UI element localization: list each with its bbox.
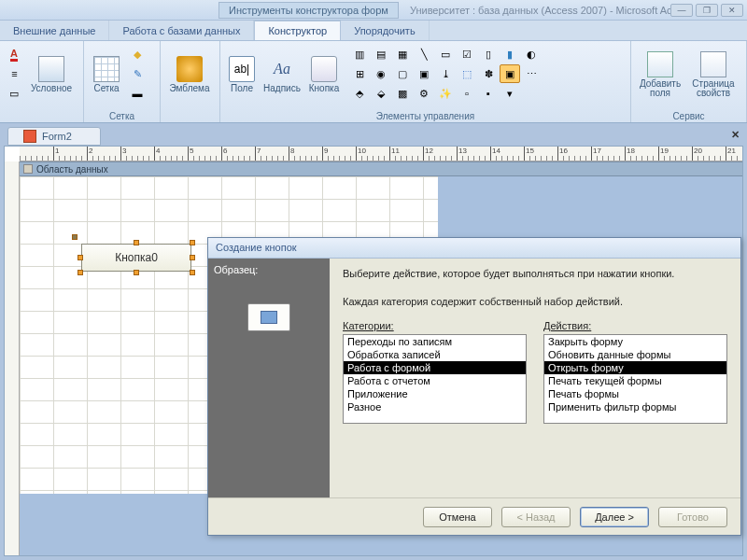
sample-button-preview (247, 303, 290, 331)
fill-color-button[interactable]: ◆ (127, 45, 148, 63)
form-tab-label: Form2 (42, 131, 72, 142)
tab-design[interactable]: Конструктор (254, 21, 341, 40)
close-form-button[interactable]: ✕ (731, 129, 740, 141)
list-item[interactable]: Закрыть форму (544, 335, 726, 348)
pagebreak-control-button[interactable]: ⤓ (435, 64, 456, 83)
section-selector-icon (23, 164, 33, 174)
button-control-knopka0[interactable]: Кнопка0 (81, 244, 191, 272)
list-item[interactable]: Работа с отчетом (344, 374, 526, 387)
selection-handle[interactable] (78, 270, 83, 275)
selection-handle[interactable] (72, 234, 78, 240)
selection-handle[interactable] (190, 255, 195, 260)
button-control-button[interactable]: Кнопка (304, 45, 344, 105)
label-control-button[interactable]: Aa Надпись (261, 45, 303, 105)
select-control-button[interactable]: ▣ (500, 64, 520, 83)
logo-button[interactable]: Эмблема (164, 45, 215, 105)
dialog-instruction-2: Каждая категория содержит собственный на… (343, 296, 727, 307)
unbound-object-button[interactable]: ⬙ (371, 84, 391, 103)
ribbon-group-logo: Эмблема (161, 41, 220, 122)
categories-listbox[interactable]: Переходы по записямОбработка записейРабо… (343, 334, 527, 424)
dialog-title: Создание кнопок (208, 238, 740, 259)
ribbon-tabstrip: Внешние данные Работа с базами данных Ко… (0, 21, 747, 41)
list-item[interactable]: Обновить данные формы (544, 348, 726, 361)
title-bar: Инструменты конструктора форм Университе… (0, 0, 747, 21)
add-fields-button[interactable]: Добавить поля (635, 45, 685, 105)
checkbox-control-button[interactable]: ☑ (457, 45, 477, 63)
dialog-footer: Отмена < Назад Далее > Готово (208, 497, 740, 535)
form-icon (261, 311, 277, 324)
toggle-control-button[interactable]: ◐ (521, 45, 542, 63)
line-control-button[interactable]: ╲ (414, 45, 434, 63)
back-button[interactable]: < Назад (501, 507, 571, 527)
activex-button[interactable]: ⬘ (349, 84, 370, 103)
hyperlink-control-button[interactable]: ⬚ (457, 64, 477, 83)
contextual-tab-label: Инструменты конструктора форм (218, 2, 399, 19)
tab-database-tools[interactable]: Работа с базами данных (109, 21, 254, 40)
tab-external-data[interactable]: Внешние данные (0, 21, 109, 40)
categories-label: Категории: (343, 320, 527, 331)
misc1-button[interactable]: ▫ (457, 84, 477, 103)
border-style-button[interactable]: ▭ (4, 84, 24, 103)
option-group-button[interactable]: ⊞ (349, 64, 370, 83)
selection-handle[interactable] (134, 240, 139, 245)
horizontal-ruler: 123456789101112131415161718192021 (20, 147, 742, 161)
line-color-button[interactable]: ✎ (127, 64, 148, 83)
list-item[interactable]: Применить фильтр формы (544, 400, 726, 413)
bound-object-button[interactable]: ▩ (392, 84, 413, 103)
actions-label: Действия: (543, 320, 727, 331)
selection-handle[interactable] (190, 240, 195, 245)
list-item[interactable]: Печать текущей формы (544, 374, 726, 387)
list-item[interactable]: Обработка записей (344, 348, 526, 361)
misc3-button[interactable]: ▾ (500, 84, 520, 103)
list-item[interactable]: Работа с формой (344, 361, 526, 374)
minimize-button[interactable]: — (670, 4, 693, 17)
listbox-control-button[interactable]: ▤ (371, 45, 391, 63)
chart-control-button[interactable]: ▮ (500, 45, 520, 63)
textbox-control-button[interactable]: ab| Поле (224, 45, 260, 105)
property-sheet-button[interactable]: Страница свойств (687, 45, 740, 105)
ribbon-group-controls: ab| Поле Aa Надпись Кнопка ▥ ▤ ▦ ╲ ▭ ☑ (220, 41, 631, 122)
attachment-control-button[interactable]: ✽ (478, 64, 499, 83)
selection-handle[interactable] (78, 255, 83, 260)
cancel-button[interactable]: Отмена (423, 507, 492, 527)
option-button[interactable]: ◉ (371, 64, 391, 83)
ribbon: A ≡ ▭ Условное Сетка ◆ ✎ ▬ Сетка (0, 41, 747, 123)
finish-button[interactable]: Готово (658, 507, 727, 527)
detail-section-header[interactable]: Область данных (20, 161, 742, 176)
sample-label: Образец: (214, 264, 258, 275)
selection-handle[interactable] (190, 270, 195, 275)
more-controls-button[interactable]: ⋯ (521, 64, 542, 83)
actions-listbox[interactable]: Закрыть формуОбновить данные формыОткрыт… (543, 334, 727, 424)
conditional-button[interactable]: Условное (26, 45, 77, 105)
misc2-button[interactable]: ▪ (478, 84, 499, 103)
next-button[interactable]: Далее > (580, 507, 649, 527)
close-window-button[interactable]: ✕ (721, 4, 743, 17)
grid-button[interactable]: Сетка (88, 45, 125, 105)
font-color-button[interactable]: A (4, 45, 24, 63)
tab-arrange[interactable]: Упорядочить (341, 21, 429, 40)
dialog-instruction-1: Выберите действие, которое будет выполня… (343, 268, 727, 279)
form-tab[interactable]: Form2 (7, 127, 101, 146)
selection-handle[interactable] (134, 270, 139, 275)
use-wizards-button[interactable]: ✨ (435, 84, 456, 103)
list-item[interactable]: Разное (344, 400, 526, 413)
maximize-button[interactable]: ❐ (696, 4, 718, 17)
tab-control-button[interactable]: ▯ (478, 45, 499, 63)
special-effect-button[interactable]: ▬ (127, 84, 148, 103)
dialog-sample-panel: Образец: (208, 259, 330, 497)
ribbon-group-font: A ≡ ▭ Условное (0, 41, 84, 122)
set-defaults-button[interactable]: ⚙ (414, 84, 434, 103)
list-item[interactable]: Печать формы (544, 387, 726, 400)
window-controls: — ❐ ✕ (670, 4, 743, 17)
list-item[interactable]: Переходы по записям (344, 335, 526, 348)
combobox-control-button[interactable]: ▥ (349, 45, 370, 63)
subform-control-button[interactable]: ▦ (392, 45, 413, 63)
button-control-caption: Кнопка0 (115, 251, 158, 264)
list-item[interactable]: Открыть форму (544, 361, 726, 374)
frame-control-button[interactable]: ▢ (392, 64, 413, 83)
line-style-button[interactable]: ≡ (4, 64, 24, 83)
rectangle-control-button[interactable]: ▭ (435, 45, 456, 63)
ribbon-group-grid: Сетка ◆ ✎ ▬ Сетка (84, 41, 161, 122)
list-item[interactable]: Приложение (344, 387, 526, 400)
image-control-button[interactable]: ▣ (414, 64, 434, 83)
